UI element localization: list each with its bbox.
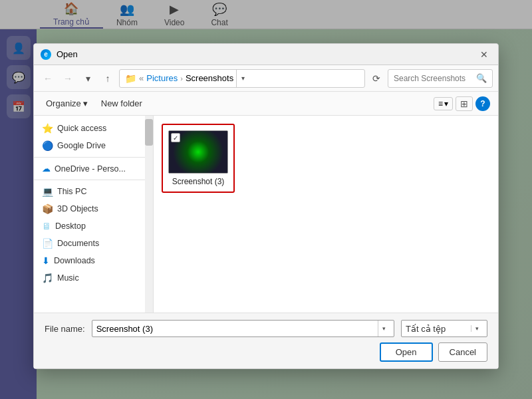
scrollbar[interactable] — [145, 116, 153, 313]
nav-label-onedrive: OneDrive - Perso... — [55, 164, 126, 174]
nav-label-3d-objects: 3D Objects — [57, 204, 98, 213]
nav-label-downloads: Downloads — [54, 256, 95, 265]
nav-label-music: Music — [57, 273, 79, 283]
nav-item-music[interactable]: 🎵 Music — [34, 269, 153, 287]
dialog-main: ⭐ Quick access 🔵 Google Drive ☁ OneDrive… — [34, 116, 498, 313]
file-navigation: ⭐ Quick access 🔵 Google Drive ☁ OneDrive… — [34, 116, 154, 313]
check-icon: ✓ — [173, 134, 178, 142]
up-button[interactable]: ↑ — [99, 70, 116, 87]
nav-item-documents[interactable]: 📄 Documents — [34, 235, 153, 252]
star-icon: ⭐ — [42, 123, 53, 134]
refresh-button[interactable]: ⟳ — [368, 70, 385, 87]
nav-label-this-pc: This PC — [57, 187, 86, 196]
view-dropdown-button[interactable]: ≡ ▾ — [434, 97, 453, 110]
file-thumbnail: ✓ — [168, 130, 228, 174]
nav-divider-1 — [34, 157, 153, 158]
breadcrumb-arrow: › — [180, 74, 183, 82]
music-icon: 🎵 — [42, 273, 53, 283]
nav-dropdown-button[interactable]: ▾ — [79, 70, 96, 87]
breadcrumb-bar[interactable]: 📁 « Pictures › Screenshots ▾ — [119, 69, 365, 88]
organize-button[interactable]: Organize ▾ — [42, 96, 92, 110]
open-file-dialog: e Open ✕ ← → ▾ ↑ 📁 « Pictures › Screensh… — [33, 43, 499, 369]
documents-icon: 📄 — [42, 238, 53, 249]
file-item-screenshot[interactable]: ✓ Screenshot (3) — [162, 124, 235, 193]
new-folder-button[interactable]: New folder — [97, 96, 146, 110]
onedrive-icon: ☁ — [42, 164, 51, 174]
search-icon: 🔍 — [476, 73, 487, 83]
filetype-text: Tất cả tệp — [406, 324, 471, 334]
nav-label-documents: Documents — [57, 239, 99, 248]
thumbnail-checkbox[interactable]: ✓ — [171, 133, 180, 142]
nav-divider-2 — [34, 180, 153, 180]
file-area: ✓ Screenshot (3) — [154, 116, 498, 313]
nav-label-desktop: Desktop — [55, 221, 86, 231]
downloads-icon: ⬇ — [42, 255, 50, 266]
dialog-bottom: File name: ▾ Tất cả tệp ▾ Open Cancel — [34, 313, 498, 368]
nav-label-google-drive: Google Drive — [57, 141, 106, 150]
open-button[interactable]: Open — [380, 342, 433, 362]
filename-input[interactable] — [96, 324, 378, 334]
nav-label-quick-access: Quick access — [57, 124, 106, 133]
nav-item-3d-objects[interactable]: 📦 3D Objects — [34, 200, 153, 217]
toolbar2-right: ≡ ▾ ⊞ ? — [434, 96, 490, 111]
organize-arrow-icon: ▾ — [83, 98, 88, 108]
dialog-toolbar2: Organize ▾ New folder ≡ ▾ ⊞ ? — [34, 92, 498, 116]
help-button[interactable]: ? — [475, 96, 490, 111]
dialog-toolbar: ← → ▾ ↑ 📁 « Pictures › Screenshots ▾ ⟳ 🔍 — [34, 65, 498, 92]
nav-item-this-pc[interactable]: 💻 This PC — [34, 183, 153, 200]
pc-icon: 💻 — [42, 186, 53, 197]
buttons-row: Open Cancel — [45, 342, 487, 362]
filename-dropdown-button[interactable]: ▾ — [378, 321, 390, 336]
toolbar2-left: Organize ▾ New folder — [42, 96, 146, 110]
folder-icon: 📁 — [125, 73, 136, 84]
nav-item-onedrive[interactable]: ☁ OneDrive - Perso... — [34, 160, 153, 177]
cancel-button[interactable]: Cancel — [438, 342, 487, 362]
pane-view-button[interactable]: ⊞ — [456, 96, 473, 111]
filename-input-wrap: ▾ — [92, 320, 394, 337]
dialog-close-button[interactable]: ✕ — [477, 47, 491, 62]
search-input[interactable] — [394, 74, 473, 83]
filetype-dropdown-button[interactable]: ▾ — [471, 325, 483, 332]
nav-section-favorites: ⭐ Quick access 🔵 Google Drive ☁ OneDrive… — [34, 116, 153, 291]
search-bar: 🔍 — [388, 69, 493, 88]
scrollbar-thumb[interactable] — [145, 119, 153, 146]
filename-row: File name: ▾ Tất cả tệp ▾ — [45, 320, 487, 337]
nav-item-desktop[interactable]: 🖥 Desktop — [34, 217, 153, 235]
dialog-title-left: e Open — [41, 49, 78, 60]
breadcrumb-screenshots[interactable]: Screenshots — [186, 73, 233, 83]
filetype-select[interactable]: Tất cả tệp ▾ — [401, 320, 487, 337]
desktop-icon: 🖥 — [42, 221, 51, 231]
breadcrumb-separator: « — [139, 73, 144, 83]
breadcrumb-dropdown-button[interactable]: ▾ — [236, 70, 249, 87]
forward-button[interactable]: → — [59, 70, 76, 87]
organize-label: Organize — [46, 98, 81, 108]
dialog-title-text: Open — [57, 49, 78, 59]
new-folder-label: New folder — [101, 98, 142, 108]
back-button[interactable]: ← — [39, 70, 57, 87]
nav-item-quick-access[interactable]: ⭐ Quick access — [34, 120, 153, 137]
edge-browser-icon: e — [41, 49, 51, 60]
3d-objects-icon: 📦 — [42, 203, 53, 214]
google-drive-icon: 🔵 — [42, 140, 53, 151]
dialog-title-bar: e Open ✕ — [34, 44, 498, 65]
nav-item-downloads[interactable]: ⬇ Downloads — [34, 252, 153, 269]
filename-label: File name: — [45, 324, 85, 334]
view-arrow-icon: ▾ — [444, 99, 448, 108]
view-icon: ≡ — [438, 99, 443, 108]
breadcrumb-pictures[interactable]: Pictures — [146, 73, 178, 83]
nav-item-google-drive[interactable]: 🔵 Google Drive — [34, 137, 153, 154]
file-name-label: Screenshot (3) — [172, 177, 225, 186]
